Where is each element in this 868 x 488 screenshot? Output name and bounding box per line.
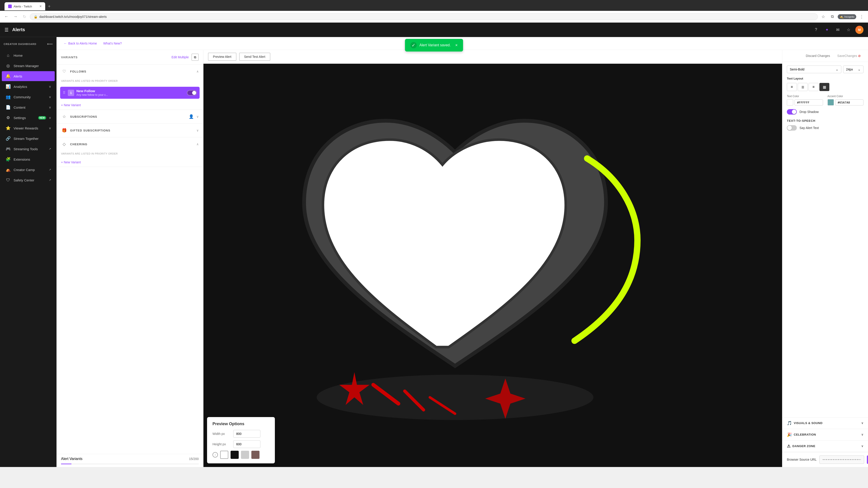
- preview-alert-btn[interactable]: Preview Alert: [208, 53, 237, 61]
- variants-header: VARIANTS Edit Multiple ⧉: [57, 50, 203, 65]
- swatch-white[interactable]: [220, 451, 228, 459]
- duplicate-icon-btn[interactable]: ⧉: [191, 54, 199, 61]
- variant-desc: Any new follow to your c...: [76, 93, 185, 96]
- url-bar[interactable]: 🔒: [30, 13, 818, 20]
- sidebar-item-content[interactable]: 📄 Content ∨: [2, 102, 55, 112]
- sidebar-collapse-btn[interactable]: ⟵: [47, 41, 53, 46]
- layout-btn-left[interactable]: ≡: [787, 83, 797, 91]
- add-variant-follows-btn[interactable]: + New Variant: [57, 101, 203, 109]
- info-icon[interactable]: i: [213, 452, 218, 457]
- content-chevron: ∨: [49, 105, 51, 109]
- gifted-section-header[interactable]: 🎁 GIFTED SUBSCRIPTIONS ∨: [57, 124, 203, 137]
- url-input[interactable]: [39, 15, 814, 19]
- help-btn[interactable]: ?: [812, 26, 820, 34]
- sidebar-item-stream-manager[interactable]: ◎ Stream Manager: [2, 61, 55, 71]
- bookmark-btn[interactable]: ☆: [844, 26, 852, 34]
- width-input[interactable]: [233, 430, 260, 437]
- accent-color-preview[interactable]: [828, 99, 834, 105]
- follows-section-header[interactable]: ♡ FOLLOWS ∧: [57, 65, 203, 78]
- active-tab[interactable]: Alerts - Twitch ×: [4, 2, 45, 10]
- add-variant-cheering-btn[interactable]: + New Variant: [57, 158, 203, 167]
- sidebar-item-alerts[interactable]: 🔔 Alerts: [2, 71, 55, 81]
- alert-variants-label: Alert Variants: [61, 457, 83, 461]
- back-arrow-icon: ←: [64, 41, 67, 45]
- sidebar-item-community[interactable]: 👥 Community ∨: [2, 92, 55, 102]
- streaming-tools-icon: 🎮: [5, 146, 11, 152]
- swatch-black[interactable]: [230, 451, 239, 459]
- height-input[interactable]: [233, 440, 260, 448]
- text-color-input[interactable]: [795, 99, 823, 105]
- accent-color-input[interactable]: [835, 99, 864, 105]
- sidebar-item-stream-together[interactable]: 🔗 Stream Together: [2, 133, 55, 143]
- preview-area: Preview Options Width px Height px i: [204, 64, 782, 467]
- sidebar-item-label: Home: [13, 54, 51, 57]
- swatch-brown[interactable]: [251, 451, 259, 459]
- discard-changes-btn[interactable]: Discard Changes: [803, 53, 833, 59]
- extension-btn[interactable]: ⧉: [829, 13, 836, 20]
- cheering-section-header[interactable]: ◇ CHEERING ∧: [57, 137, 203, 151]
- subscriptions-icon: ☆: [61, 113, 67, 120]
- home-icon: ⌂: [5, 53, 11, 58]
- copy-btn[interactable]: Copy: [867, 455, 868, 464]
- menu-icon[interactable]: ☰: [4, 27, 8, 33]
- alert-variants-bar: Alert Variants 15/200: [57, 454, 203, 464]
- layout-buttons: ≡ ≣ ≡ ▦: [787, 83, 864, 91]
- sidebar-item-extensions[interactable]: 🧩 Extensions: [2, 154, 55, 164]
- add-person-icon[interactable]: 👤: [189, 114, 194, 119]
- font-face-select[interactable]: Semi-Bold ⌄: [787, 66, 841, 73]
- whats-new-btn[interactable]: What's New?: [103, 41, 122, 45]
- alerts-icon: 🔔: [5, 73, 11, 79]
- celebration-header[interactable]: 🎉 CELEBRATION ∨: [782, 429, 868, 440]
- sidebar-item-viewer-rewards[interactable]: ⭐ Viewer Rewards ∨: [2, 123, 55, 133]
- incognito-label: Incognito: [844, 15, 855, 18]
- font-size-select[interactable]: 24px ⌄: [843, 66, 864, 73]
- save-changes-btn[interactable]: SaveChanges ⊘: [835, 53, 864, 59]
- star-btn[interactable]: ☆: [819, 13, 827, 20]
- browser-source-input[interactable]: [819, 455, 864, 464]
- send-test-alert-btn[interactable]: Send Test Alert: [239, 53, 270, 61]
- visuals-sound-header[interactable]: 🎵 VISUALS & SOUND ∨: [782, 418, 868, 429]
- layout-btn-center[interactable]: ≣: [798, 83, 808, 91]
- mail-btn[interactable]: ✉: [834, 26, 842, 34]
- tab-close-btn[interactable]: ×: [39, 4, 41, 8]
- variant-name[interactable]: New Follow: [76, 89, 185, 93]
- right-panel-content: Semi-Bold ⌄ 24px ⌄ Text Layout ≡ ≣ ≡: [782, 62, 868, 417]
- subscriptions-section-header[interactable]: ☆ SUBSCRIPTIONS 👤 ∨: [57, 110, 203, 123]
- sidebar-item-home[interactable]: ⌂ Home: [2, 51, 55, 60]
- sidebar-item-label: Settings: [13, 116, 35, 120]
- back-to-alerts-btn[interactable]: ← Back to Alerts Home: [61, 40, 100, 47]
- nav-forward-btn[interactable]: →: [12, 13, 19, 20]
- accent-color-label: Accent Color: [828, 95, 864, 98]
- say-alert-toggle[interactable]: [787, 125, 797, 131]
- celebration-chevron: ∨: [861, 433, 864, 436]
- drag-handle-icon[interactable]: ⠿: [63, 91, 66, 95]
- nav-back-btn[interactable]: ←: [3, 13, 10, 20]
- cheering-chevron: ∧: [196, 142, 199, 146]
- font-size-value: 24px: [846, 68, 853, 71]
- layout-btn-justify[interactable]: ▦: [819, 83, 829, 91]
- sidebar-item-streaming-tools[interactable]: 🎮 Streaming Tools ↗: [2, 144, 55, 154]
- notification-message: Alert Variant saved.: [420, 43, 451, 47]
- preview-svg: [204, 64, 782, 467]
- sidebar-item-safety-center[interactable]: 🛡 Safety Center ↗: [2, 175, 55, 185]
- variant-toggle[interactable]: [187, 90, 197, 96]
- sidebar-item-settings[interactable]: ⚙ Settings NEW ∨: [2, 113, 55, 123]
- magic-btn[interactable]: ✦: [823, 26, 831, 34]
- sidebar-item-label: Stream Manager: [13, 64, 51, 68]
- preview-options: Preview Options Width px Height px i: [207, 417, 275, 463]
- layout-btn-right[interactable]: ≡: [809, 83, 818, 91]
- browser-source-label: Browser Source URL: [787, 458, 817, 461]
- drop-shadow-toggle[interactable]: [787, 109, 797, 115]
- user-avatar[interactable]: M: [855, 26, 864, 34]
- nav-refresh-btn[interactable]: ↻: [21, 13, 28, 20]
- swatch-gray[interactable]: [241, 451, 249, 459]
- new-tab-btn[interactable]: +: [46, 3, 53, 10]
- text-color-preview[interactable]: [787, 99, 793, 105]
- notification-close-btn[interactable]: ×: [455, 43, 458, 48]
- danger-zone-header[interactable]: ⚠ DANGER ZONE ∨: [782, 441, 868, 452]
- sidebar-item-creator-camp[interactable]: ⛺ Creator Camp ↗: [2, 165, 55, 175]
- more-btn[interactable]: ⋮: [858, 13, 865, 20]
- height-label: Height px: [213, 442, 230, 446]
- sidebar-item-analytics[interactable]: 📊 Analytics ∨: [2, 82, 55, 92]
- edit-multiple-btn[interactable]: Edit Multiple: [172, 55, 189, 59]
